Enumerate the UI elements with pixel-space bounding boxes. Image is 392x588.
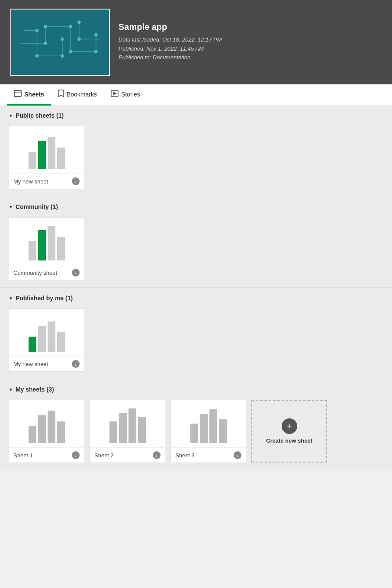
svg-point-20 [61, 37, 64, 41]
section-header-published-by-me[interactable]: ▼ Published by me (1) [9, 295, 383, 302]
sheet-card[interactable]: Community sheeti [9, 217, 84, 280]
svg-point-17 [94, 50, 98, 54]
chart-bar [38, 326, 46, 352]
sheet-grid-community: Community sheeti [9, 217, 383, 280]
create-new-sheet-button[interactable]: +Create new sheet [251, 400, 327, 463]
section-header-community[interactable]: ▼ Community (1) [9, 203, 383, 210]
chart-bar [29, 241, 36, 260]
app-thumbnail [10, 9, 110, 76]
chart-bar [48, 321, 55, 352]
section-public-sheets: ▼ Public sheets (1) My new sheeti [0, 105, 392, 196]
tab-bookmarks[interactable]: Bookmarks [51, 85, 104, 106]
sheet-card[interactable]: Sheet 1i [9, 400, 84, 463]
section-my-sheets: ▼ My sheets (3) Sheet 1iSheet 2iSheet 3i… [0, 379, 392, 470]
sheet-label: My new sheeti [9, 174, 84, 189]
svg-point-23 [77, 20, 81, 24]
app-info: Sample app Data last loaded: Oct 18, 202… [119, 22, 222, 62]
sheet-name: My new sheet [13, 361, 48, 367]
sheet-name: Sheet 2 [94, 452, 114, 459]
sheet-grid-public-sheets: My new sheeti [9, 126, 383, 189]
chart-bar [57, 421, 65, 443]
chart-bar [200, 414, 208, 443]
chevron-down-icon: ▼ [9, 113, 13, 118]
chart-bar [57, 148, 65, 169]
chart-bar [119, 413, 127, 443]
sheet-label: Community sheeti [9, 265, 84, 280]
chart-bar [138, 417, 146, 443]
tab-sheets[interactable]: Sheets [7, 85, 51, 106]
plus-icon: + [282, 418, 297, 434]
sheet-card[interactable]: My new sheeti [9, 126, 84, 189]
svg-point-19 [61, 54, 64, 58]
sheet-name: Sheet 3 [175, 452, 195, 459]
sheet-card[interactable]: Sheet 2i [90, 400, 165, 463]
tab-stories[interactable]: Stories [104, 85, 147, 106]
app-title: Sample app [119, 22, 222, 32]
sheet-name: Sheet 1 [13, 452, 33, 459]
section-header-my-sheets[interactable]: ▼ My sheets (3) [9, 386, 383, 393]
section-title-public-sheets: Public sheets (1) [16, 112, 64, 119]
sheet-thumbnail [9, 400, 84, 448]
create-new-sheet-label: Create new sheet [266, 437, 312, 444]
sheet-thumbnail [90, 400, 165, 448]
sheet-label: Sheet 3i [171, 448, 246, 463]
chart-bar [129, 408, 136, 443]
app-meta-published: Published: Nov 1, 2022, 11:45 AM [119, 45, 222, 54]
chevron-down-icon: ▼ [9, 205, 13, 209]
sheet-thumbnail [9, 218, 84, 265]
sheet-grid-published-by-me: My new sheeti [9, 308, 383, 372]
sheet-label: My new sheeti [9, 357, 84, 371]
svg-point-21 [35, 29, 39, 32]
bar-chart [190, 408, 227, 443]
svg-point-24 [77, 37, 81, 41]
info-icon[interactable]: i [234, 451, 241, 459]
bookmarks-icon [58, 90, 64, 99]
svg-rect-25 [14, 90, 21, 96]
chart-bar [38, 415, 46, 443]
info-icon[interactable]: i [72, 269, 80, 276]
sheet-name: Community sheet [13, 270, 57, 276]
sheet-card[interactable]: My new sheeti [9, 308, 84, 372]
chart-bar [219, 419, 227, 443]
svg-point-14 [44, 25, 47, 28]
section-title-published-by-me: Published by me (1) [16, 295, 73, 302]
sheet-label: Sheet 2i [90, 448, 165, 463]
section-published-by-me: ▼ Published by me (1) My new sheeti [0, 288, 392, 379]
svg-marker-28 [113, 92, 117, 95]
sheet-card[interactable]: Sheet 3i [170, 400, 246, 463]
app-meta-loaded: Data last loaded: Oct 18, 2022, 12:17 PM [119, 35, 222, 45]
info-icon[interactable]: i [153, 451, 161, 459]
sheet-label: Sheet 1i [9, 448, 84, 463]
app-header: Sample app Data last loaded: Oct 18, 202… [0, 0, 392, 84]
chart-bar [57, 332, 65, 352]
section-header-public-sheets[interactable]: ▼ Public sheets (1) [9, 112, 383, 119]
sheet-thumbnail [9, 126, 84, 174]
sheet-thumbnail [9, 309, 84, 357]
svg-point-22 [35, 54, 39, 58]
bar-chart [29, 317, 65, 352]
svg-point-18 [94, 33, 98, 37]
chart-bar [48, 137, 55, 169]
bar-chart [29, 408, 65, 443]
main-content: ▼ Public sheets (1) My new sheeti ▼ Comm… [0, 105, 392, 470]
svg-rect-0 [12, 10, 109, 75]
bar-chart [29, 135, 65, 169]
svg-point-13 [44, 42, 47, 45]
info-icon[interactable]: i [72, 360, 80, 368]
sheet-thumbnail [171, 400, 246, 448]
stories-icon [111, 90, 119, 99]
section-community: ▼ Community (1) Community sheeti [0, 196, 392, 288]
sheet-name: My new sheet [13, 178, 48, 185]
chart-bar [109, 421, 117, 443]
svg-point-16 [69, 50, 72, 54]
chart-bar [38, 230, 46, 260]
sheets-icon [14, 90, 22, 99]
chevron-down-icon: ▼ [9, 296, 13, 301]
bar-chart [29, 226, 65, 260]
chart-bar [38, 141, 46, 169]
sheet-grid-my-sheets: Sheet 1iSheet 2iSheet 3i+Create new shee… [9, 400, 383, 463]
info-icon[interactable]: i [72, 451, 80, 459]
chart-bar [190, 424, 198, 443]
chevron-down-icon: ▼ [9, 387, 13, 392]
info-icon[interactable]: i [72, 177, 80, 185]
